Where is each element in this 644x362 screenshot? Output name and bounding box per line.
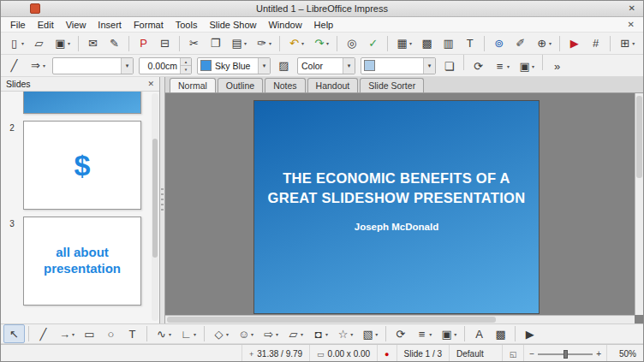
slide-thumbnail-2[interactable]: 2 $: [1, 121, 159, 210]
status-modified[interactable]: ●: [378, 345, 397, 362]
insert-hyperlink-icon[interactable]: ⊚: [488, 34, 510, 53]
insert-table-icon[interactable]: ▦▾: [391, 34, 416, 53]
line-color-select[interactable]: Sky Blue ▾: [197, 57, 271, 74]
titlebar[interactable]: Untitled 1 – LibreOffice Impress ✕: [1, 1, 643, 17]
slide-canvas[interactable]: THE ECONOMIC BENEFITS OF A GREAT SLIDESH…: [165, 93, 643, 323]
zoom-level[interactable]: 50%: [607, 345, 643, 362]
toolbar-options-icon[interactable]: »: [546, 57, 568, 76]
slide-layout-icon[interactable]: ◧▾: [639, 34, 643, 53]
print-icon[interactable]: ⊟: [154, 34, 176, 53]
menu-view[interactable]: View: [60, 19, 92, 31]
slide-2-preview[interactable]: $: [23, 121, 141, 210]
connectors-icon[interactable]: ∟▾: [176, 324, 200, 343]
arrow-style-icon[interactable]: ⇒▾: [25, 56, 50, 75]
arrange-icon[interactable]: ▣▾: [436, 324, 461, 343]
export-pdf-icon[interactable]: P: [133, 34, 154, 53]
flowchart-shapes-icon[interactable]: ▱▾: [283, 324, 307, 343]
display-grid-icon[interactable]: #: [585, 34, 606, 53]
slide-1-preview[interactable]: [23, 92, 141, 114]
menu-edit[interactable]: Edit: [32, 19, 60, 31]
fill-style-select[interactable]: Color ▾: [297, 57, 355, 74]
chevron-down-icon[interactable]: ▾: [343, 58, 355, 74]
block-arrows-icon[interactable]: ⇨▾: [258, 324, 283, 343]
undo-icon[interactable]: ↶▾: [283, 34, 308, 53]
tab-normal[interactable]: Normal: [170, 78, 216, 92]
window-close-button[interactable]: ✕: [629, 3, 635, 13]
spelling-icon[interactable]: ✓: [362, 34, 384, 53]
redo-icon[interactable]: ↷▾: [308, 34, 333, 53]
spin-up-icon[interactable]: ▴: [181, 58, 191, 67]
chevron-down-icon[interactable]: ▾: [121, 58, 133, 74]
ellipse-icon[interactable]: ○: [100, 324, 122, 343]
menu-format[interactable]: Format: [128, 19, 170, 31]
tab-notes[interactable]: Notes: [265, 78, 305, 92]
insert-line-icon[interactable]: ╱: [33, 324, 54, 343]
slide-editor[interactable]: THE ECONOMIC BENEFITS OF A GREAT SLIDESH…: [254, 101, 539, 313]
zoom-slider[interactable]: − +: [524, 345, 607, 362]
new-document-icon[interactable]: ▯▾: [3, 34, 28, 53]
insert-chart-icon[interactable]: ▥: [438, 34, 459, 53]
menu-help[interactable]: Help: [308, 19, 340, 31]
save-icon[interactable]: ▣▾: [50, 34, 75, 53]
tab-outline[interactable]: Outline: [218, 78, 263, 92]
area-style-icon[interactable]: ▨: [273, 56, 295, 75]
tab-handout[interactable]: Handout: [307, 78, 359, 92]
arrange-icon[interactable]: ▣▾: [514, 57, 539, 76]
line-width-spinner[interactable]: 0.00cm ▴ ▾: [139, 57, 192, 74]
status-master-style[interactable]: Default: [450, 345, 503, 362]
menu-tools[interactable]: Tools: [170, 19, 204, 31]
rectangle-icon[interactable]: ▭: [79, 324, 100, 343]
slide-title[interactable]: THE ECONOMIC BENEFITS OF A GREAT SLIDESH…: [268, 169, 526, 208]
chevron-down-icon[interactable]: ▾: [258, 58, 270, 74]
select-icon[interactable]: ↖: [3, 324, 25, 343]
callout-shapes-icon[interactable]: ◘▾: [307, 324, 332, 343]
rotate-icon[interactable]: ⟳: [468, 57, 489, 76]
horizontal-scrollbar[interactable]: [165, 315, 635, 323]
align-objects-icon[interactable]: ≡▾: [411, 324, 436, 343]
menu-file[interactable]: File: [4, 19, 32, 31]
find-replace-icon[interactable]: ◎: [341, 34, 362, 53]
fit-slide-button[interactable]: ◱: [503, 345, 525, 362]
new-slide-icon[interactable]: ⊞▾: [614, 34, 639, 53]
zoom-slider-handle[interactable]: [564, 350, 568, 359]
copy-icon[interactable]: ❐: [205, 34, 226, 53]
slide-thumbnail-1[interactable]: 1: [1, 92, 159, 114]
start-from-first-slide-icon[interactable]: ▶: [564, 34, 585, 53]
align-objects-icon[interactable]: ≡▾: [489, 57, 514, 76]
insert-image-icon[interactable]: ▩: [416, 34, 438, 53]
insert-image-icon[interactable]: ▩: [490, 324, 511, 343]
fill-color-select[interactable]: ▾: [361, 57, 436, 74]
shadow-icon[interactable]: ❏: [438, 57, 460, 76]
chevron-down-icon[interactable]: ▾: [423, 58, 435, 74]
spin-down-icon[interactable]: ▾: [181, 66, 191, 74]
slide-3-preview[interactable]: all about presentation: [23, 217, 141, 306]
3d-objects-icon[interactable]: ▧▾: [357, 324, 382, 343]
open-file-icon[interactable]: ▱: [28, 34, 50, 53]
menu-slide-show[interactable]: Slide Show: [203, 19, 262, 31]
line-icon[interactable]: ╱: [3, 56, 25, 75]
zoom-slider-track[interactable]: [538, 353, 593, 355]
line-style-select[interactable]: ▾: [52, 57, 134, 74]
show-draw-functions-icon[interactable]: ✐: [510, 34, 531, 53]
lines-and-arrows-icon[interactable]: →▾: [54, 324, 79, 343]
insert-text-box-icon[interactable]: T: [122, 324, 143, 343]
slide-thumbnail-3[interactable]: 3 all about presentation: [1, 217, 159, 306]
zoom-icon[interactable]: ⊕▾: [531, 34, 556, 53]
horizontal-scrollbar-thumb[interactable]: [167, 317, 496, 323]
vertical-scrollbar-thumb[interactable]: [636, 96, 642, 178]
slides-panel-close-button[interactable]: ✕: [147, 80, 154, 88]
cut-icon[interactable]: ✂: [183, 34, 205, 53]
symbol-shapes-icon[interactable]: ☺▾: [233, 324, 258, 343]
zoom-out-icon[interactable]: −: [529, 349, 534, 359]
rotate-icon[interactable]: ⟳: [390, 324, 411, 343]
close-document-button[interactable]: ✕: [623, 20, 640, 29]
zoom-in-icon[interactable]: +: [596, 349, 601, 359]
send-email-icon[interactable]: ✉: [82, 34, 104, 53]
menu-window[interactable]: Window: [262, 19, 307, 31]
basic-shapes-icon[interactable]: ◇▾: [208, 324, 233, 343]
insert-text-box-icon[interactable]: T: [459, 34, 480, 53]
tab-slide-sorter[interactable]: Slide Sorter: [360, 78, 424, 92]
presentation-icon[interactable]: ▶: [519, 324, 540, 343]
paste-icon[interactable]: ▤▾: [226, 34, 251, 53]
slides-panel-scrollbar[interactable]: [152, 93, 158, 321]
